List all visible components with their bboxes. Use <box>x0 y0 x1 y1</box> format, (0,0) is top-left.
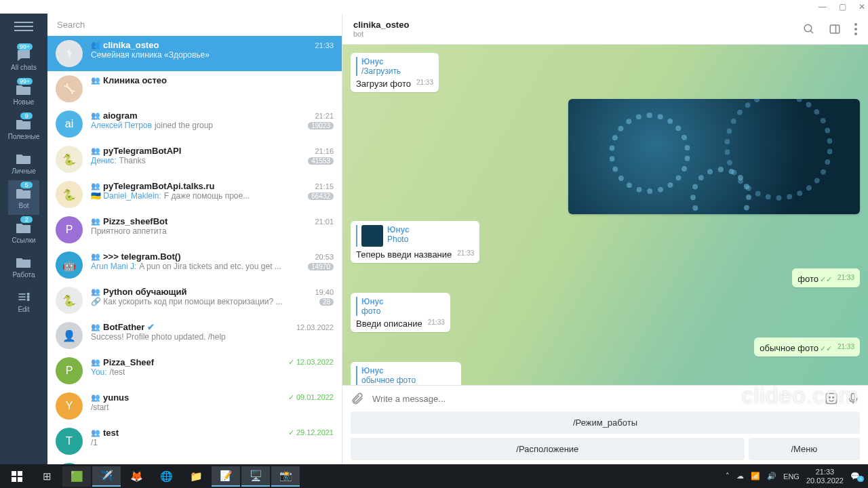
folder-label: Полезные <box>8 133 40 140</box>
chat-list-item[interactable]: Y👥yunus✓ 09.01.2022/start <box>47 388 342 424</box>
message-in[interactable]: Юнус/Загрузить Загрузи фото21:33 <box>351 53 439 92</box>
message-image[interactable] <box>568 99 860 214</box>
message-time: 21:33 <box>837 274 854 281</box>
chat-name: Клиника остео <box>103 75 167 85</box>
message-in[interactable]: Юнусфото Введи описание21:33 <box>351 293 450 332</box>
taskbar-app[interactable]: 📁 <box>182 466 210 487</box>
bot-keyboard-button[interactable]: /Режим_работы <box>351 411 860 434</box>
chat-avatar: ai <box>56 110 83 138</box>
close-button[interactable]: ✕ <box>859 2 865 12</box>
folder-icon <box>15 289 33 304</box>
chat-time: 21:21 <box>315 112 334 120</box>
notif-badge: 4 <box>857 476 864 482</box>
folder-tab-ссылки[interactable]: Ссылки2 <box>8 215 40 249</box>
taskbar[interactable]: ⊞ 🟩 ✈️ 🦊 🌐 📁 📝 🖥️ 📸 ˄ ☁ 📶 🔊 ENG 21:33 20… <box>0 464 868 488</box>
bot-keyboard-button[interactable]: /Меню <box>749 438 860 460</box>
folder-tab-bot[interactable]: Bot5 <box>8 180 40 215</box>
more-icon[interactable] <box>854 23 857 35</box>
reply-name: Юнус <box>361 297 445 306</box>
tray-volume-icon[interactable]: 🔊 <box>767 472 776 481</box>
folder-tab-личные[interactable]: Личные <box>8 146 40 180</box>
taskbar-app[interactable]: 📸 <box>271 466 300 487</box>
chat-list-item[interactable]: 🤖👥>>> telegram.Bot()20:53Arun Mani J: A … <box>47 247 342 283</box>
search-placeholder: Search <box>57 20 85 30</box>
preview-sender: Денис: <box>91 156 116 165</box>
check-icon: ✓ 12.03.2022 <box>288 358 334 367</box>
message-out[interactable]: фото21:33✓✓ <box>792 268 860 287</box>
chat-area: clinika_osteo bot Юнус/Загрузить Загрузи… <box>342 14 868 464</box>
message-in[interactable]: Юнусобычное фото Теперь укажи цену21:33 <box>351 362 461 385</box>
chat-list-item[interactable]: ai👥aiogram21:21Алексей Петров joined the… <box>47 106 342 142</box>
taskview-button[interactable]: ⊞ <box>33 466 61 487</box>
chat-avatar: 🐍 <box>56 287 83 314</box>
chat-name: pyTelegramBotAPI <box>103 146 181 156</box>
taskbar-app[interactable]: 🦊 <box>122 466 151 487</box>
chat-list-item[interactable]: 👤👥BotFather ✔12.03.2022Success! Profile … <box>47 318 342 353</box>
taskbar-app[interactable]: 🟩 <box>62 466 91 487</box>
message-text: Теперь введи название <box>356 249 452 260</box>
unread-badge: 66432 <box>308 192 334 200</box>
search-input[interactable]: Search <box>47 14 342 36</box>
chat-list-item[interactable]: T👥test✓ 29.12.2021/1 <box>47 424 342 459</box>
unread-badge: 28 <box>319 298 334 306</box>
chat-list-item[interactable]: 🐍👥pyTelegramBotAPI21:16Денис: Thanks4155… <box>47 142 342 177</box>
chat-name: Pizza_Sheef <box>103 357 154 367</box>
tray-clock[interactable]: 21:33 20.03.2022 <box>806 468 844 484</box>
chat-time: 19:40 <box>315 288 334 296</box>
taskbar-app[interactable]: 📝 <box>212 466 240 487</box>
search-icon[interactable] <box>803 23 815 35</box>
group-icon: 👥 <box>91 428 100 437</box>
maximize-button[interactable]: ▢ <box>839 2 846 12</box>
message-in[interactable]: ЮнусPhoto Теперь введи название21:33 <box>351 221 479 263</box>
taskbar-app[interactable]: 🌐 <box>152 466 180 487</box>
message-out[interactable]: обычное фото21:33✓✓ <box>754 338 860 357</box>
tray-lang[interactable]: ENG <box>783 472 800 481</box>
folder-tab-edit[interactable]: Edit <box>8 284 40 319</box>
chat-list-item[interactable]: 🦴👥Клиника остео <box>47 71 342 106</box>
chat-avatar: T <box>56 463 83 464</box>
group-icon: 👥 <box>91 323 100 331</box>
preview-text: Success! Profile photo updated. /help <box>91 332 226 342</box>
chat-time: 21:33 <box>315 41 334 49</box>
message-text: Введи описание <box>356 319 422 329</box>
taskbar-app[interactable]: 🖥️ <box>241 466 270 487</box>
svg-rect-19 <box>12 477 16 482</box>
preview-text: F даже помощь прое... <box>164 191 250 201</box>
attach-icon[interactable] <box>351 392 364 405</box>
chat-header[interactable]: clinika_osteo bot <box>342 14 868 45</box>
chat-avatar: 👤 <box>56 322 83 349</box>
tray-chevron-icon[interactable]: ˄ <box>726 472 730 481</box>
chat-list-item[interactable]: 🐍👥pyTelegramBotApi.talks.ru21:15🇺🇦 Danie… <box>47 177 342 212</box>
start-button[interactable] <box>3 466 31 487</box>
folder-label: Edit <box>18 306 29 313</box>
chat-list-item[interactable]: T👥Test_pizza_bot26.12.2021Хотите создать… <box>47 459 342 464</box>
sidepanel-icon[interactable] <box>829 23 841 35</box>
chat-list-item[interactable]: ⚕👥clinika_osteo21:33Семейная клиника «Зд… <box>47 36 342 71</box>
message-text: фото <box>797 274 818 284</box>
taskbar-app[interactable]: ✈️ <box>92 466 121 487</box>
svg-rect-18 <box>18 471 22 476</box>
group-icon: 👥 <box>91 287 100 296</box>
unread-badge: 14970 <box>308 263 334 270</box>
main-menu-button[interactable] <box>14 19 33 34</box>
svg-point-6 <box>804 24 812 32</box>
tray-wifi-icon[interactable]: 📶 <box>751 472 760 481</box>
message-list[interactable]: Юнус/Загрузить Загрузи фото21:33 ЮнусPho… <box>342 45 868 385</box>
bot-keyboard-button[interactable]: /Расположение <box>351 438 745 460</box>
chat-list-item[interactable]: 🐍👥Python обучающий19:40🔗 Как ускорить ко… <box>47 283 342 318</box>
folder-tab-новые[interactable]: Новые99+ <box>8 77 40 111</box>
folder-tab-работа[interactable]: Работа <box>8 249 40 284</box>
preview-text: Семейная клиника «Здоровье» <box>91 50 210 60</box>
chat-subtitle: bot <box>353 30 409 38</box>
chat-list-item[interactable]: P👥Pizzs_sheefBot21:01Приятного аппетита <box>47 212 342 247</box>
minimize-button[interactable]: — <box>818 2 827 12</box>
preview-text: /test <box>110 367 125 377</box>
svg-point-10 <box>854 23 857 26</box>
chat-list-item[interactable]: P👥Pizza_Sheef✓ 12.03.2022You: /test <box>47 353 342 388</box>
tray-notifications[interactable]: 💬4 <box>850 472 860 481</box>
chat-avatar: P <box>56 216 83 243</box>
tray-cloud-icon[interactable]: ☁ <box>736 472 744 481</box>
chat-time: 21:01 <box>315 218 334 226</box>
folder-tab-полезные[interactable]: Полезные9 <box>8 111 40 146</box>
folder-tab-all chats[interactable]: All chats99+ <box>8 42 40 77</box>
